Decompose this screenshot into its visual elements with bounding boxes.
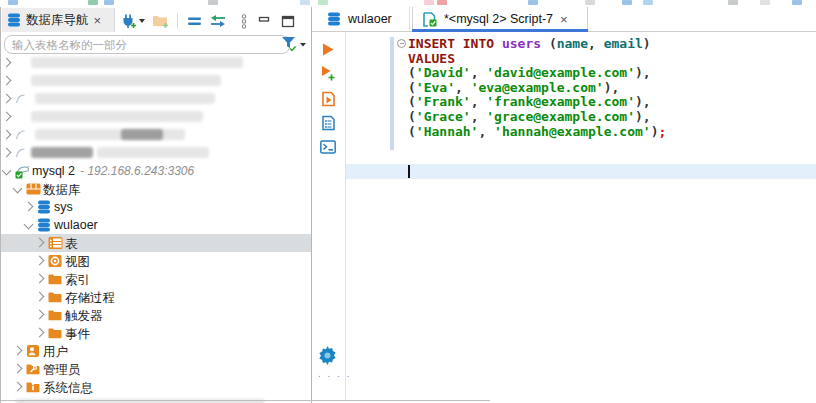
close-view-icon[interactable]: × <box>94 14 102 27</box>
new-folder-button[interactable] <box>149 10 171 32</box>
editor-settings-gear-button[interactable] <box>318 346 338 366</box>
close-tab-icon[interactable]: × <box>560 13 568 26</box>
tree-item-label: wulaoer <box>54 218 98 232</box>
view-tab-label: 数据库导航 <box>26 12 89 29</box>
sql-code-area[interactable]: INSERT INTO users (name, email)VALUES('D… <box>346 32 816 400</box>
chevron-right-icon[interactable] <box>2 76 12 86</box>
chevron-right-icon[interactable] <box>2 112 12 122</box>
tree-item-redacted[interactable] <box>1 90 312 108</box>
new-connection-button[interactable] <box>121 10 143 32</box>
tree-item-wulaoer[interactable]: wulaoer <box>1 216 312 234</box>
chevron-down-icon[interactable] <box>2 166 12 176</box>
tree-item-redacted[interactable] <box>1 108 312 126</box>
code-token: 'Hannah' <box>416 124 479 139</box>
tree-item-redacted[interactable] <box>1 72 312 90</box>
sql-console-icon <box>320 140 336 154</box>
views-icon <box>48 254 62 268</box>
sql-console-button[interactable] <box>316 136 340 158</box>
code-token: 'hannah@example.com' <box>494 124 651 139</box>
chevron-right-icon[interactable] <box>13 382 23 392</box>
code-token: , <box>471 94 487 109</box>
code-token: VALUES <box>408 51 455 66</box>
code-line: ('Eva', 'eva@example.com'), <box>408 81 666 96</box>
code-token: ( <box>549 36 557 51</box>
tree-item-mysql 2[interactable]: mysql 2- 192.168.6.243:3306 <box>1 162 312 180</box>
chevron-right-icon[interactable] <box>13 346 23 356</box>
folder-icon <box>48 308 62 322</box>
tree-item-redacted[interactable] <box>1 54 312 72</box>
view-menu-button[interactable] <box>233 10 255 32</box>
chevron-down-icon[interactable] <box>24 220 34 230</box>
collapse-all-button[interactable] <box>184 10 206 32</box>
tree-item-label: 触发器 <box>65 308 103 325</box>
tree-item-用户[interactable]: 用户 <box>1 342 312 360</box>
minimize-button[interactable] <box>254 10 276 32</box>
execute-new-tab-icon <box>320 65 336 81</box>
folder-icon <box>48 290 62 304</box>
tree-item-触发器[interactable]: 触发器 <box>1 306 312 324</box>
sql-editor-panel: wulaoer*<mysql 2> Script-7× INSERT INTO … <box>312 7 816 403</box>
tree-item-管理员[interactable]: 管理员 <box>1 360 312 378</box>
database-icon <box>327 12 341 26</box>
tab-database-navigator[interactable]: 数据库导航 × <box>2 8 115 32</box>
tree-item-sys[interactable]: sys <box>1 198 312 216</box>
code-token: ; <box>658 124 666 139</box>
code-token: ( <box>408 109 416 124</box>
chevron-right-icon[interactable] <box>2 94 12 104</box>
chevron-right-icon[interactable] <box>35 292 45 302</box>
tree-item-索引[interactable]: 索引 <box>1 270 312 288</box>
chevron-right-icon[interactable] <box>13 364 23 374</box>
tree-item-系统信息[interactable]: 系统信息 <box>1 378 312 396</box>
tables-icon <box>48 236 62 250</box>
editor-tab-wulaoer[interactable]: wulaoer <box>318 7 410 31</box>
chevron-right-icon[interactable] <box>2 148 12 158</box>
tree-item-label: 索引 <box>65 272 90 289</box>
tree-item-数据库[interactable]: 数据库 <box>1 180 312 198</box>
tree-item-存储过程[interactable]: 存储过程 <box>1 288 312 306</box>
code-line: ('Grace', 'grace@example.com'), <box>408 110 666 125</box>
database-icon <box>37 218 51 232</box>
chevron-right-icon[interactable] <box>35 256 45 266</box>
tree-item-label: sys <box>54 200 73 214</box>
code-token: 'David' <box>416 65 471 80</box>
explain-plan-button[interactable] <box>316 112 340 134</box>
execute-statement-new-tab-button[interactable] <box>316 62 340 84</box>
tree-item-事件[interactable]: 事件 <box>1 324 312 342</box>
chevron-right-icon[interactable] <box>24 202 34 212</box>
tree-item-redacted[interactable] <box>1 126 312 144</box>
link-with-editor-button[interactable] <box>207 10 229 32</box>
plug-plus-icon <box>120 13 137 30</box>
code-token: ( <box>408 94 416 109</box>
folder-icon <box>48 326 62 340</box>
tree-item-表[interactable]: 表 <box>1 234 312 252</box>
maximize-button[interactable] <box>277 10 299 32</box>
tree-item-redacted[interactable] <box>1 144 312 162</box>
chevron-right-icon[interactable] <box>35 328 45 338</box>
chevron-right-icon[interactable] <box>2 58 12 68</box>
editor-tab--mysql-2-Script-7[interactable]: *<mysql 2> Script-7× <box>412 7 588 31</box>
fold-collapse-icon[interactable] <box>397 39 406 48</box>
chevron-down-icon[interactable] <box>13 184 23 194</box>
toolbar-overflow-dots[interactable]: . . . . <box>318 368 351 379</box>
editor-tab-label: *<mysql 2> Script-7 <box>444 12 553 26</box>
search-input[interactable] <box>4 35 290 54</box>
filter-button[interactable] <box>281 35 309 54</box>
tree-item-视图[interactable]: 视图 <box>1 252 312 270</box>
tree-item-label: 事件 <box>65 326 90 343</box>
vertical-dots-icon <box>240 14 248 29</box>
code-token: ), <box>604 80 620 95</box>
code-token: email <box>604 36 643 51</box>
chevron-right-icon[interactable] <box>2 130 12 140</box>
code-token: , <box>478 124 494 139</box>
execute-statement-icon <box>321 42 335 57</box>
tree-item-label: 视图 <box>65 254 90 271</box>
chevron-right-icon[interactable] <box>35 310 45 320</box>
code-token: name <box>557 36 588 51</box>
chevron-right-icon[interactable] <box>35 238 45 248</box>
execute-statement-button[interactable] <box>316 38 340 60</box>
folder-plus-icon <box>152 13 169 29</box>
chevron-right-icon[interactable] <box>35 274 45 284</box>
code-token: , <box>588 36 604 51</box>
users-icon <box>26 344 40 358</box>
execute-script-button[interactable] <box>316 88 340 110</box>
